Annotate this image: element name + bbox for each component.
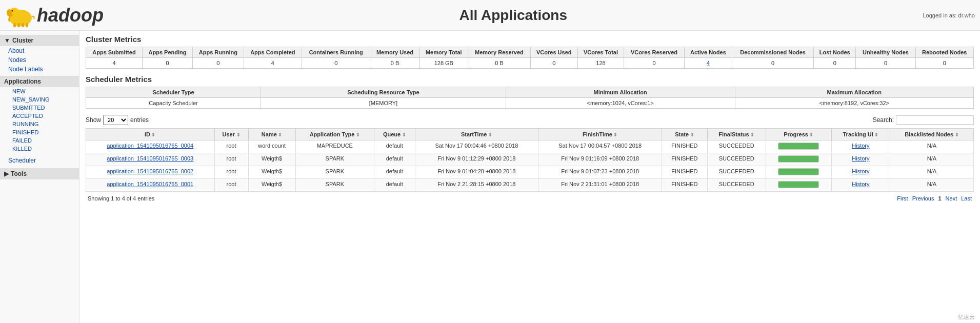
metrics-header-6: Memory Total	[419, 47, 468, 58]
metrics-value-7: 0 B	[468, 58, 531, 69]
metrics-value-13: 0	[814, 58, 856, 69]
table-row: application_1541095016765_0003rootWeigth…	[86, 153, 974, 166]
scheduler-value-1: [MEMORY]	[261, 98, 506, 109]
app-finish-time: Fri Nov 2 21:31:01 +0800 2018	[538, 179, 662, 192]
app-start-time: Sat Nov 17 00:04:46 +0800 2018	[415, 140, 538, 153]
apps-col-user[interactable]: User	[214, 129, 248, 140]
apps-col-progress[interactable]: Progress	[766, 129, 831, 140]
app-tracking-ui[interactable]: History	[831, 140, 890, 153]
apps-col-finalstatus[interactable]: FinalStatus	[707, 129, 766, 140]
login-info: Logged in as: dr.who	[923, 12, 975, 18]
content-area: Cluster Metrics Apps SubmittedApps Pendi…	[79, 31, 980, 323]
app-id[interactable]: application_1541095016765_0004	[86, 140, 215, 153]
app-start-time: Fri Nov 2 21:28:15 +0800 2018	[415, 179, 538, 192]
app-state: FINISHED	[662, 153, 708, 166]
app-tracking-ui-link[interactable]: History	[852, 143, 869, 149]
sidebar-applications-header[interactable]: Applications	[0, 76, 79, 87]
app-id-link[interactable]: application_1541095016765_0002	[107, 168, 193, 174]
metrics-value-6: 128 GB	[419, 58, 468, 69]
apps-col-blacklisted-nodes[interactable]: Blacklisted Nodes	[890, 129, 973, 140]
sidebar-tools-header[interactable]: ▶ Tools	[0, 168, 79, 179]
scheduler-value-3: <memory:8192, vCores:32>	[735, 98, 973, 109]
sidebar-item-submitted[interactable]: SUBMITTED	[0, 104, 79, 112]
metrics-value-0: 4	[86, 58, 143, 69]
logo-text-label: hadoop	[37, 5, 104, 26]
apps-col-starttime[interactable]: StartTime	[415, 129, 538, 140]
app-id-link[interactable]: application_1541095016765_0001	[107, 181, 193, 187]
svg-rect-7	[22, 23, 24, 27]
apps-col-finishtime[interactable]: FinishTime	[538, 129, 662, 140]
app-tracking-ui[interactable]: History	[831, 179, 890, 192]
chevron-down-icon: ▼	[4, 37, 10, 44]
app-tracking-ui-link[interactable]: History	[852, 181, 869, 187]
app-blacklisted: N/A	[890, 140, 973, 153]
apps-col-id[interactable]: ID	[86, 129, 215, 140]
sidebar-cluster-header[interactable]: ▼ Cluster	[0, 35, 79, 46]
metrics-header-12: Decommissioned Nodes	[732, 47, 814, 58]
svg-rect-6	[17, 23, 20, 27]
cluster-metrics-table: Apps SubmittedApps PendingApps RunningAp…	[86, 47, 974, 69]
show-entries-area: Show 102050100 entries	[86, 115, 149, 125]
app-id[interactable]: application_1541095016765_0002	[86, 166, 215, 179]
app-start-time: Fri Nov 9 01:04:28 +0800 2018	[415, 166, 538, 179]
app-queue: default	[374, 140, 415, 153]
apps-col-name[interactable]: Name	[248, 129, 295, 140]
app-user: root	[214, 179, 248, 192]
metrics-header-4: Containers Running	[302, 47, 370, 58]
sidebar-item-about[interactable]: About	[0, 46, 79, 55]
app-user: root	[214, 166, 248, 179]
app-finish-time: Fri Nov 9 01:07:23 +0800 2018	[538, 166, 662, 179]
app-id-link[interactable]: application_1541095016765_0004	[107, 143, 193, 149]
scheduler-value-0: Capacity Scheduler	[86, 98, 261, 109]
sidebar-item-killed[interactable]: KILLED	[0, 145, 79, 153]
metrics-value-12: 0	[732, 58, 814, 69]
sidebar-item-node-labels[interactable]: Node Labels	[0, 65, 79, 74]
sidebar-item-nodes[interactable]: Nodes	[0, 55, 79, 65]
app-tracking-ui-link[interactable]: History	[852, 168, 869, 174]
tools-arrow-icon: ▶	[4, 170, 9, 177]
app-tracking-ui-link[interactable]: History	[852, 155, 869, 162]
app-tracking-ui[interactable]: History	[831, 166, 890, 179]
metrics-header-8: VCores Used	[530, 47, 577, 58]
sidebar-item-new-saving[interactable]: NEW_SAVING	[0, 95, 79, 104]
previous-page-link[interactable]: Previous	[912, 195, 934, 201]
sidebar-item-failed[interactable]: FAILED	[0, 136, 79, 145]
first-page-link[interactable]: First	[897, 195, 908, 201]
app-queue: default	[374, 179, 415, 192]
app-id-link[interactable]: application_1541095016765_0003	[107, 155, 193, 162]
next-page-link[interactable]: Next	[946, 195, 957, 201]
metrics-header-13: Lost Nodes	[814, 47, 856, 58]
search-input[interactable]	[896, 115, 974, 125]
app-blacklisted: N/A	[890, 179, 973, 192]
app-type: MAPREDUCE	[295, 140, 374, 153]
entries-select[interactable]: 102050100	[103, 115, 128, 125]
scheduler-headers-row: Scheduler TypeScheduling Resource TypeMi…	[86, 87, 974, 98]
apps-col-tracking-ui[interactable]: Tracking UI	[831, 129, 890, 140]
app-id[interactable]: application_1541095016765_0003	[86, 153, 215, 166]
progress-bar-fill	[778, 181, 818, 188]
sidebar-item-scheduler[interactable]: Scheduler	[0, 156, 79, 165]
scheduler-values-row: Capacity Scheduler[MEMORY]<memory:1024, …	[86, 98, 974, 109]
metrics-value-11: 4	[684, 58, 732, 69]
progress-bar-fill	[778, 156, 818, 162]
app-tracking-ui[interactable]: History	[831, 153, 890, 166]
sidebar-item-finished[interactable]: FINISHED	[0, 128, 79, 136]
app-finish-time: Fri Nov 9 01:16:09 +0800 2018	[538, 153, 662, 166]
app-id[interactable]: application_1541095016765_0001	[86, 179, 215, 192]
page-title-area: All Applications	[104, 7, 923, 24]
apps-col-state[interactable]: State	[662, 129, 708, 140]
active-nodes-link[interactable]: 4	[707, 60, 710, 66]
sidebar-item-new[interactable]: NEW	[0, 87, 79, 95]
progress-bar-container	[778, 181, 819, 188]
app-progress	[766, 179, 831, 192]
apps-col-queue[interactable]: Queue	[374, 129, 415, 140]
app-name: word count	[248, 140, 295, 153]
sidebar-item-running[interactable]: RUNNING	[0, 120, 79, 128]
metrics-value-10: 0	[624, 58, 685, 69]
sidebar-item-accepted[interactable]: ACCEPTED	[0, 112, 79, 120]
app-final-status: SUCCEEDED	[707, 153, 766, 166]
last-page-link[interactable]: Last	[961, 195, 972, 201]
watermark: 亿速云	[958, 313, 975, 321]
apps-col-application-type[interactable]: Application Type	[295, 129, 374, 140]
app-start-time: Fri Nov 9 01:12:29 +0800 2018	[415, 153, 538, 166]
